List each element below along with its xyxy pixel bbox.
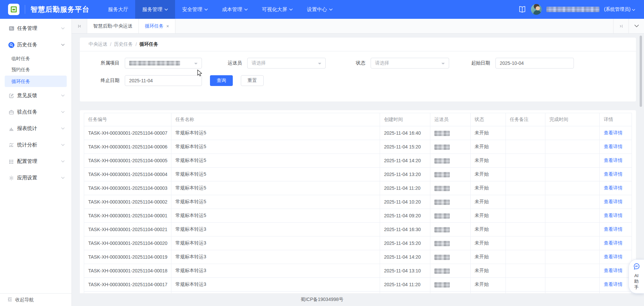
view-detail-link[interactable]: 查看详情 [604,281,623,287]
task-name-cell: 常规标本转运5 [175,158,206,163]
table-row: TASK-XH-00030001-20251104-00002 常规标本转运5 … [84,195,632,209]
task-id-cell: TASK-XH-00030001-20251104-00021 [88,227,167,232]
sidebar-item-config-management[interactable]: 配置管理 [0,153,71,170]
nav-item-visual-dashboard[interactable]: 可视化大屏 [255,0,300,19]
reset-button[interactable]: 重置 [241,75,264,86]
search-button[interactable]: 查询 [210,75,233,86]
table-row: TASK-XH-00030001-20251104-00005 常规标本转运5 … [84,154,632,168]
main-area: 智慧后勤-中央运送 循环任务 × 中央运送 / 历史任务 / [72,19,644,306]
manual-book-icon[interactable] [518,6,526,13]
task-name-cell: 常规标本转运5 [175,144,206,149]
chevron-down-icon [61,44,65,46]
chevron-down-icon [289,8,293,11]
footer: 蜀ICP备19034998号 [0,293,644,306]
nav-item-cost-management[interactable]: 成本管理 [215,0,255,19]
nav-item-security-management[interactable]: 安全管理 [175,0,215,19]
collapse-nav-icon [7,297,12,303]
col-transporter: 运送员 [430,113,471,126]
sidebar-item-statistical-analysis[interactable]: 统计分析 [0,137,71,153]
status-cell: 未开始 [475,226,489,232]
tab-central-transport[interactable]: 智慧后勤-中央运送 [87,19,139,33]
user-menu[interactable]: (系统管理员) [518,4,635,15]
sidebar-item-station-tasks[interactable]: 驻点任务 [0,104,71,120]
view-detail-link[interactable]: 查看详情 [604,199,623,204]
bar-chart-icon [8,126,14,132]
project-select[interactable] [125,58,202,69]
tab-actions-dropdown-button[interactable] [629,19,644,33]
brand-title: 智慧后勤服务平台 [31,5,90,14]
col-task-name: 任务名称 [171,113,380,126]
sidebar-subitem-reserved-tasks[interactable]: 预约任务 [0,64,71,75]
table-row: TASK-XH-00030001-20251104-00006 常规标本转运5 … [84,140,632,154]
sidebar-subitem-temporary-tasks[interactable]: 临时任务 [0,53,71,64]
svg-text:AI: AI [635,265,638,268]
task-name-cell: 常规标本转运3 [175,226,206,232]
end-date-input[interactable]: 2025-11-04 [125,75,202,86]
task-id-cell: TASK-XH-00030001-20251104-00001 [88,213,167,218]
view-detail-link[interactable]: 查看详情 [604,158,623,163]
status-select[interactable]: 请选择 [371,58,449,69]
col-remark: 任务备注 [506,113,545,126]
sidebar-subitem-cyclic-tasks[interactable]: 循环任务 [5,76,67,87]
tab-bar: 智慧后勤-中央运送 循环任务 × [72,19,644,34]
sidebar-item-app-settings[interactable]: 应用设置 [0,170,71,186]
view-detail-link[interactable]: 查看详情 [604,254,623,259]
chevron-down-icon [61,160,65,163]
view-detail-link[interactable]: 查看详情 [604,226,623,232]
status-cell: 未开始 [475,130,489,135]
ai-assistant-button[interactable]: AI AI 助 手 [629,259,644,294]
status-cell: 未开始 [475,254,489,259]
col-status: 状态 [471,113,506,126]
created-time-cell: 2025-11-04 14:20 [384,158,421,163]
vertical-scrollbar-thumb[interactable] [640,36,642,107]
status-cell: 未开始 [475,158,489,163]
table-body: TASK-XH-00030001-20251104-00007 常规标本转运5 … [84,126,632,298]
table-row: TASK-XH-00030001-20251104-00021 常规标本转运3 … [84,223,632,236]
view-detail-link[interactable]: 查看详情 [604,171,623,177]
collapse-nav-button[interactable]: 收起导航 [0,293,71,306]
nav-item-service-management[interactable]: 服务管理 [135,0,175,19]
task-name-cell: 常规标本转运5 [175,171,206,177]
view-detail-link[interactable]: 查看详情 [604,240,623,246]
task-name-cell: 常规标本转运3 [175,254,206,259]
task-id-cell: TASK-XH-00030001-20251104-00020 [88,241,167,246]
sidebar-item-report-statistics[interactable]: 报表统计 [0,120,71,137]
sidebar-item-task-management[interactable]: 任务管理 [0,20,71,37]
nav-item-service-hall[interactable]: 服务大厅 [101,0,135,19]
created-time-cell: 2025-11-04 13:10 [384,268,421,273]
task-management-icon [8,26,14,32]
created-time-cell: 2025-11-04 10:20 [384,199,421,205]
transporter-select[interactable]: 请选择 [247,58,326,69]
breadcrumb-history-tasks[interactable]: 历史任务 [114,41,133,47]
transporter-masked [434,158,450,164]
view-detail-link[interactable]: 查看详情 [604,213,623,218]
avatar[interactable] [531,4,542,15]
close-tab-icon[interactable]: × [166,24,169,29]
view-detail-link[interactable]: 查看详情 [604,268,623,273]
created-time-cell: 2025-11-04 11:20 [384,282,420,287]
task-name-cell: 常规标本转运3 [175,240,206,246]
breadcrumb-central-transport[interactable]: 中央运送 [89,41,107,47]
view-detail-link[interactable]: 查看详情 [604,185,623,190]
sidebar-item-history-tasks[interactable]: 历史任务 [0,37,71,53]
transporter-masked [434,144,450,150]
icp-number: 蜀ICP备19034998号 [301,297,343,303]
scroll-tabs-right-button[interactable] [613,19,629,33]
transporter-masked [434,255,450,260]
table-row: TASK-XH-00030001-20251104-00001 常规标本转运5 … [84,209,632,223]
created-time-cell: 2025-11-04 15:20 [384,241,421,246]
sidebar-item-feedback[interactable]: 意见反馈 [0,87,71,104]
view-detail-link[interactable]: 查看详情 [604,144,623,149]
chevron-down-icon [329,8,333,11]
scroll-tabs-left-button[interactable] [72,19,87,33]
created-time-cell: 2025-11-04 13:20 [384,172,421,177]
nav-item-settings-center[interactable]: 设置中心 [300,0,340,19]
project-label: 所属项目 [80,60,125,66]
col-task-id: 任务编号 [84,113,171,126]
chevron-down-icon [244,8,248,11]
transporter-masked [434,213,450,219]
tab-cyclic-tasks[interactable]: 循环任务 × [139,19,175,33]
start-date-input[interactable]: 2025-10-04 [495,58,574,69]
status-cell: 未开始 [475,240,489,246]
view-detail-link[interactable]: 查看详情 [604,130,623,135]
